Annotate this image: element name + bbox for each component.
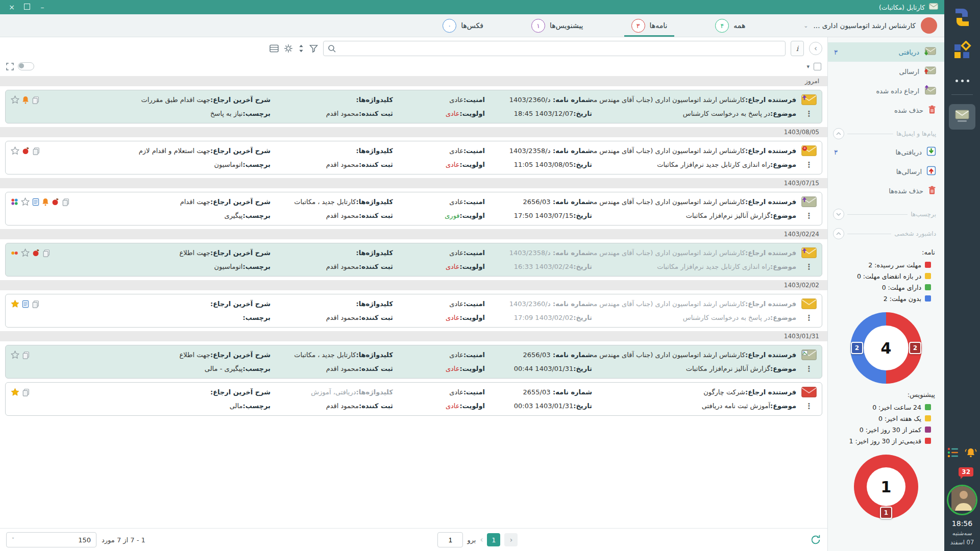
tab-all[interactable]: همه۴ — [713, 14, 747, 37]
donut-segment-badge: 2 — [851, 342, 863, 354]
info-button[interactable]: i — [791, 41, 804, 56]
letter-row[interactable]: فرستنده ارجاع:کارشناس ارشد اتوماسیون ادا… — [5, 192, 822, 226]
titlebar: کارتابل (مکاتبات) – × — [0, 0, 944, 14]
subject-cell: موضوع:گزارش آنالیز نرم‌افزار مکاتبات — [592, 212, 796, 219]
letter-folder-list: دریافتی۳ارسالیارجاع داده شدهحذف شده — [828, 42, 944, 120]
priority-cell: اولویت:عادی — [393, 263, 485, 270]
chat-count-badge[interactable]: 32 — [959, 467, 973, 477]
row-menu-button[interactable]: ⋮ — [796, 364, 819, 373]
filter-icon[interactable] — [309, 44, 318, 53]
pages-icon — [62, 198, 70, 206]
date-cell: تاریخ:1403/01/31 00:44 — [485, 365, 592, 372]
row-menu-button[interactable]: ⋮ — [796, 211, 819, 220]
folder-label: دریافتی‌ها — [896, 148, 922, 156]
previous-page-button[interactable]: ‹ — [480, 535, 483, 544]
tab-letters[interactable]: نامه‌ها۳ — [629, 14, 670, 37]
donut-center-total: 4 — [864, 325, 909, 370]
label-cell: برچسب:مالی — [80, 402, 271, 410]
folder-envelope-arrow-down-green[interactable]: دریافتی۳ — [828, 42, 944, 62]
keywords-cell: کلیدواژه‌ها: — [271, 96, 393, 104]
collapse-messages-button[interactable] — [833, 128, 844, 139]
task-list-icon[interactable] — [947, 447, 959, 460]
folder-envelope-arrow-up-red[interactable]: ارسالی — [828, 62, 944, 81]
date-separator: 1403/02/02 — [0, 280, 827, 290]
star-icon — [11, 146, 19, 155]
registrar-cell: ثبت کننده:محمود اقدم — [271, 161, 393, 168]
view-rows-icon[interactable] — [270, 44, 279, 53]
sender-cell: فرستنده ارجاع:کارشناس ارشد اتوماسیون ادا… — [592, 198, 796, 206]
legend-color-swatch — [925, 295, 931, 302]
row-menu-button[interactable]: ⋮ — [796, 402, 819, 411]
minimize-button[interactable]: – — [37, 3, 48, 11]
folder-envelope-arrow-up-purple[interactable]: ارجاع داده شده — [828, 81, 944, 101]
cartable-window: کارتابل (مکاتبات) – × کارشناس ارشد اتوما… — [0, 0, 944, 551]
security-cell: امنیت:عادی — [393, 351, 485, 359]
letter-row[interactable]: فرستنده ارجاع:کارشناس ارشد اتوماسیون ادا… — [5, 345, 822, 379]
more-modules-button[interactable] — [955, 80, 969, 82]
select-all-checkbox[interactable] — [814, 63, 821, 70]
bomb-icon — [22, 147, 30, 155]
registrar-cell: ثبت کننده:محمود اقدم — [271, 263, 393, 270]
legend-label: دارای مهلت: 0 — [882, 284, 921, 291]
message-folder-inbox-down[interactable]: دریافتی‌ها۳ — [828, 142, 944, 162]
letter-envelope-icon — [796, 94, 819, 105]
star-icon — [11, 95, 19, 104]
tab-drafts[interactable]: پیشنویس‌ها۱ — [529, 14, 585, 37]
dots2-icon — [11, 251, 18, 256]
collapse-dashboard-button[interactable] — [833, 228, 844, 239]
row-menu-button[interactable]: ⋮ — [796, 160, 819, 169]
folder-sidebar: دریافتی۳ارسالیارجاع داده شدهحذف شده پیام… — [827, 37, 944, 551]
next-page-button[interactable]: › — [504, 533, 518, 546]
donut-segment-badge: 1 — [880, 507, 892, 519]
row-menu-button[interactable]: ⋮ — [796, 109, 819, 118]
selection-caret-icon[interactable]: ▾ — [806, 63, 810, 70]
message-folder-outbox-up[interactable]: ارسالی‌ها — [828, 162, 944, 181]
go-button[interactable]: برو — [467, 536, 476, 544]
expand-labels-button[interactable] — [833, 209, 844, 220]
user-menu[interactable]: کارشناس ارشد اتوماسیون اداری ... ⌄ — [803, 17, 937, 34]
avatar[interactable] — [947, 485, 977, 515]
priority-cell: اولویت:عادی — [393, 161, 485, 168]
collapse-panel-button[interactable]: › — [809, 42, 822, 55]
date-cell: تاریخ:1403/02/02 17:09 — [485, 314, 592, 321]
row-menu-button[interactable]: ⋮ — [796, 262, 819, 271]
folder-count: ۳ — [834, 48, 838, 56]
star-icon — [11, 350, 19, 359]
current-page-button[interactable]: 1 — [487, 533, 500, 546]
gear-icon[interactable] — [284, 44, 293, 53]
message-folder-trash[interactable]: حذف شده‌ها — [828, 181, 944, 201]
row-flag-icons — [9, 350, 80, 359]
letter-row[interactable]: فرستنده ارجاع:کارشناس ارشد اتوماسیون ادا… — [5, 90, 822, 123]
letter-row[interactable]: فرستنده ارجاع:شرکت چارگونشماره نامه: 265… — [5, 382, 822, 416]
fullscreen-icon[interactable] — [6, 63, 14, 70]
sender-cell: فرستنده ارجاع:کارشناس ارشد اتوماسیون ادا… — [592, 351, 796, 359]
page-size-select[interactable]: 150 ˅ — [6, 532, 96, 547]
security-cell: امنیت:عادی — [393, 300, 485, 308]
legend-color-swatch — [925, 262, 931, 268]
legend-color-swatch — [925, 438, 931, 444]
legend-item: کمتر از 30 روز اخیر: 0 — [841, 424, 931, 435]
row-menu-button[interactable]: ⋮ — [796, 313, 819, 322]
messages-section-title: پیام‌ها و ایمیل‌ها — [896, 130, 936, 137]
pages-icon — [32, 147, 40, 155]
letter-row[interactable]: فرستنده ارجاع:کارشناس ارشد اتوماسیون ادا… — [5, 141, 822, 174]
letter-row[interactable]: فرستنده ارجاع:کارشناس ارشد اتوماسیون ادا… — [5, 243, 822, 277]
pages-icon — [22, 351, 30, 359]
letter-row[interactable]: فرستنده ارجاع:کارشناس ارشد اتوماسیون ادا… — [5, 294, 822, 328]
close-button[interactable]: × — [6, 3, 17, 11]
notification-bell-icon[interactable] — [964, 447, 977, 460]
refresh-button[interactable] — [810, 534, 821, 545]
tab-faxes[interactable]: فکس‌ها۰ — [440, 14, 485, 37]
drafts-donut-chart: 11 — [828, 448, 944, 522]
search-input[interactable] — [323, 41, 786, 56]
letters-module-button[interactable] — [949, 104, 975, 130]
preview-toggle[interactable] — [18, 62, 34, 70]
folder-trash[interactable]: حذف شده — [828, 101, 944, 120]
sort-icon[interactable] — [298, 44, 304, 53]
go-to-page-input[interactable] — [437, 532, 463, 547]
label-cell: برچسب: — [80, 314, 271, 321]
user-avatar — [921, 17, 937, 34]
drafts-chart-title: پیشنویس: — [828, 387, 944, 402]
star-icon — [21, 197, 30, 206]
maximize-button[interactable] — [21, 3, 33, 11]
